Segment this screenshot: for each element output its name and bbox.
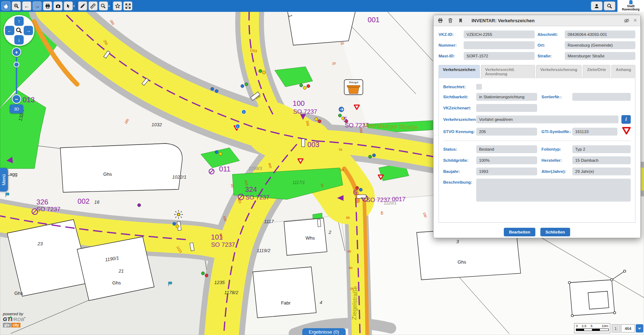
scale-tick: 5: [591, 324, 592, 328]
map-label: 003: [307, 141, 319, 148]
map-label: 09: [346, 216, 350, 220]
menu-tab[interactable]: Menü: [0, 168, 8, 192]
baujahr-label: Baujahr:: [443, 169, 476, 174]
zoom-slider-handle[interactable]: [14, 62, 19, 67]
close-icon[interactable]: ×: [634, 18, 637, 23]
zoom-out-button[interactable]: −: [12, 94, 21, 104]
pan-right-button[interactable]: →: [24, 26, 33, 35]
nummer-field[interactable]: [464, 41, 535, 49]
inventar-dialog: INVENTAR: Verkehrszeichen × VKZ-ID: Absc…: [433, 15, 641, 238]
pointer-select-icon[interactable]: [64, 1, 73, 10]
schildgroesse-field[interactable]: [476, 156, 537, 164]
folientyp-field[interactable]: [572, 145, 631, 153]
baujahr-field[interactable]: [476, 168, 537, 175]
map-label: 001: [368, 16, 379, 24]
schliessen-button[interactable]: Schließen: [540, 228, 570, 236]
scale-bar-segments: [576, 329, 609, 331]
strasse-field[interactable]: [565, 52, 635, 60]
star-favorite-icon[interactable]: [113, 1, 122, 10]
pointer-dropdown-chevron-icon[interactable]: ▾: [73, 4, 75, 8]
city-box: city: [11, 323, 20, 327]
powered-by-branding: powered by GTI/RDB* gis city: [3, 312, 25, 327]
printer-icon[interactable]: [437, 17, 444, 24]
stvo-kennung-field[interactable]: [476, 128, 537, 136]
map-label: 324: [245, 185, 257, 193]
nummer-label: Nummer:: [439, 43, 461, 47]
map-label: SO 7237: [245, 194, 269, 201]
search-icon[interactable]: [604, 1, 615, 10]
scale-dropdown-button[interactable]: [636, 324, 643, 332]
scale-ratio-input[interactable]: [621, 324, 635, 332]
map-label: 10: [320, 183, 325, 188]
map-label: 002: [77, 197, 89, 205]
map-label: Whs: [306, 235, 315, 241]
app-root: i i 00101300200301110053243261016SO 7237…: [0, 0, 644, 335]
back-arrow-icon[interactable]: ←: [22, 1, 31, 10]
fullscreen-icon[interactable]: [123, 1, 132, 10]
ruler-measure-icon[interactable]: [89, 1, 98, 10]
map-label: 3: [456, 239, 459, 244]
tab-verkehrssicherung[interactable]: Verkehrssicherung: [536, 65, 582, 78]
gti-symbolnr-field[interactable]: [572, 128, 617, 136]
map-label: 80: [349, 266, 352, 270]
bookmark-icon[interactable]: [457, 17, 464, 24]
map-label: Ghs: [103, 171, 112, 177]
tab-verkehrszeichen[interactable]: Verkehrszeichen: [439, 65, 480, 78]
zoom-in-button[interactable]: +: [12, 47, 21, 57]
map-label: 03: [340, 168, 344, 172]
hand-tool-icon[interactable]: [1, 1, 10, 10]
map-label: 1235: [214, 280, 225, 285]
alter-field[interactable]: [572, 168, 631, 175]
info-button[interactable]: i: [621, 115, 631, 124]
map-label: Fabr: [281, 300, 291, 306]
status-field[interactable]: [476, 145, 537, 153]
mast-id-field[interactable]: [464, 52, 535, 60]
pan-center-zoom-icon[interactable]: [15, 27, 23, 34]
search-dropdown-chevron-icon[interactable]: ▾: [108, 4, 110, 8]
user-icon[interactable]: [591, 1, 602, 10]
dialog-top-fields: VKZ-ID: Abschnitt: Nummer: Ort: Mast-ID:…: [434, 26, 640, 61]
bearbeiten-button[interactable]: Bearbeiten: [504, 228, 535, 236]
verkehrszeichen-field[interactable]: [476, 115, 619, 123]
tab-verkehrsrechtl-anordnung[interactable]: Verkehrsrechtl. Anordnung: [481, 65, 535, 78]
dialog-header: INVENTAR: Verkehrszeichen ×: [434, 15, 640, 26]
vkz-id-field[interactable]: [464, 30, 535, 38]
beschreibung-label: Beschreibung:: [443, 179, 476, 184]
gis-box: gis: [3, 323, 11, 327]
sortiernr-field[interactable]: [572, 93, 631, 101]
3d-view-button[interactable]: 3D: [10, 104, 23, 113]
results-tab[interactable]: Ergebnisse (0): [302, 328, 346, 335]
beleuchtet-checkbox[interactable]: [476, 84, 482, 90]
print-icon[interactable]: [43, 1, 52, 10]
mast-id-label: Mast-ID:: [439, 54, 461, 58]
map-label: Lagg: [7, 171, 18, 177]
search-tool-icon[interactable]: [99, 1, 108, 10]
tab-anhang[interactable]: Anhang: [611, 65, 635, 78]
map-label: 1022/1: [172, 174, 186, 180]
ravensburg-tower-icon: [629, 1, 633, 4]
hersteller-field[interactable]: [572, 156, 631, 164]
scale-ratio-label: 1:: [612, 324, 620, 332]
sortiernr-label: SortierNr.:: [541, 95, 572, 99]
pan-down-button[interactable]: ↓: [14, 35, 24, 44]
tab-ziele-orte[interactable]: Ziele/Orte: [583, 65, 610, 78]
pan-up-button[interactable]: ↑: [14, 16, 24, 26]
map-label: 1032: [152, 122, 162, 127]
zoom-in-icon[interactable]: [12, 1, 21, 10]
vkzeichenart-field[interactable]: [476, 104, 537, 112]
pencil-draw-icon[interactable]: [78, 1, 87, 10]
form-divider: [443, 141, 631, 141]
camera-icon[interactable]: [53, 1, 62, 10]
abschnitt-field[interactable]: [565, 30, 635, 38]
pan-left-button[interactable]: ←: [5, 26, 14, 35]
forward-arrow-icon[interactable]: →: [33, 1, 42, 10]
map-label: 1120/1: [384, 200, 397, 206]
map-label: 2: [328, 230, 331, 235]
beschreibung-field[interactable]: [476, 179, 631, 202]
ort-field[interactable]: [565, 41, 635, 49]
sichtbarkeit-field[interactable]: [476, 93, 537, 101]
dialog-title: INVENTAR: Verkehrszeichen: [472, 18, 535, 23]
trash-icon[interactable]: [447, 17, 454, 24]
map-label: 06: [350, 287, 354, 291]
visibility-off-icon[interactable]: [624, 17, 630, 24]
